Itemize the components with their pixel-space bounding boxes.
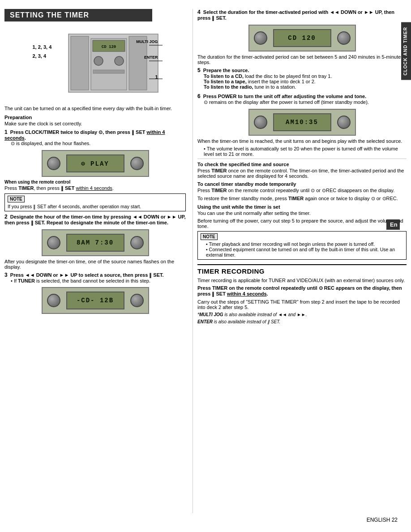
lcd-screen-step1: ⊙ PLAY: [66, 154, 124, 172]
section-divider: [197, 264, 407, 265]
step3-num: 3: [4, 272, 8, 278]
lcd-knob-left: [47, 157, 60, 170]
volume-bullet: • The volume level is automatically set …: [204, 146, 407, 157]
prep-text: Make sure the clock is set correctly.: [4, 121, 186, 126]
diagram-label-numbers: 1, 2, 3, 4 2, 3, 4: [33, 43, 52, 61]
step2-block: 2 Designate the hour of the timer-on tim…: [4, 214, 186, 226]
lcd-step6: AM10:35: [248, 109, 356, 136]
remote-text: Press TIMER, then press ‖ SET within 4 s…: [4, 185, 186, 191]
timer-on-note: When the timer-on time is reached, the u…: [197, 138, 407, 144]
step5-tape: To listen to a tape, insert the tape int…: [204, 79, 407, 84]
cancel-text1: Press TIMER on the remote control repeat…: [197, 188, 407, 193]
svg-rect-8: [93, 70, 124, 73]
lcd-screen-step4: CD 120: [273, 29, 331, 47]
step2-text: Designate the hour of the timer-on time …: [4, 214, 186, 225]
bottom-note-enter: ENTER is also available instead of ‖ SET…: [197, 319, 407, 324]
bottom-note-multijog: *MULTI JOG is also available instead of …: [197, 312, 407, 317]
step4-text: Select the duration for the timer-activa…: [197, 9, 394, 21]
lcd-screen-step6: AM10:35: [273, 113, 331, 131]
step1-block: 1 Press CLOCK/TIMER twice to display ⊙, …: [4, 129, 186, 146]
lcd-step1: ⊙ PLAY: [42, 150, 149, 177]
number1-label: 1: [155, 74, 158, 80]
using-text1: You can use the unit normally after sett…: [197, 210, 407, 216]
lcd-knob6-right: [337, 116, 351, 129]
cancel-text2: To restore the timer standby mode, press…: [197, 196, 407, 202]
lcd-knob6-left: [254, 116, 267, 129]
lcd-knob3-right: [130, 294, 144, 307]
step1-num: 1: [4, 129, 8, 135]
note-text-step1: If you press ‖ SET after 4 seconds, anot…: [8, 204, 183, 209]
svg-text:CD  120: CD 120: [101, 45, 116, 49]
check-text: Press TIMER once on the remote control. …: [197, 168, 407, 179]
section-title: SETTING THE TIMER: [4, 9, 152, 21]
enter-label: ENTER: [144, 55, 158, 60]
timer-rec-inst2: Carry out the steps of "SETTING THE TIME…: [197, 299, 407, 310]
svg-point-7: [115, 56, 124, 65]
using-text2: Before turning off the power, carry out …: [197, 218, 407, 229]
using-heading: Using the unit while the timer is set: [197, 204, 407, 210]
lcd-step2: 8AM 7:30: [42, 229, 149, 256]
note-box-2: NOTE • Timer playback and timer recordin…: [197, 231, 407, 260]
step6-num: 6: [197, 93, 201, 99]
note2-bullet2: • Connected equipment cannot be turned o…: [206, 247, 403, 257]
step4-sub: The duration for the timer-activated per…: [197, 54, 407, 65]
step5-text: Prepare the source.: [202, 68, 249, 73]
intro-text: The unit can be turned on at a specified…: [4, 106, 186, 111]
lcd-step4: CD 120: [248, 25, 356, 51]
svg-rect-2: [129, 36, 147, 90]
right-column: 4 Select the duration for the timer-acti…: [193, 9, 407, 513]
note-box-step1: NOTE If you press ‖ SET after 4 seconds,…: [4, 193, 186, 211]
step1-sub: ⊙ is displayed, and the hour flashes.: [11, 141, 186, 146]
lcd-screen-step3: -CD- 12B: [66, 292, 124, 309]
step5-block: 5 Prepare the source. To listen to a CD,…: [197, 67, 407, 90]
en-badge: En: [386, 219, 400, 230]
check-heading: To check the specified time and source: [197, 162, 407, 167]
step4-num: 4: [197, 9, 201, 15]
step6-block: 6 Press POWER to turn the unit off after…: [197, 93, 407, 105]
step3-bullet: • If TUNER is selected, the band cannot …: [11, 278, 186, 283]
prep-heading: Preparation: [4, 115, 186, 120]
cancel-heading: To cancel timer standby mode temporarily: [197, 181, 407, 187]
step5-num: 5: [197, 67, 201, 73]
diagram-wrapper: 1, 2, 3, 4 2, 3, 4 CD 120: [33, 30, 158, 102]
step1-text: Press CLOCK/TIMER twice to display ⊙, th…: [4, 129, 165, 141]
left-column: SETTING THE TIMER 1, 2, 3, 4 2, 3, 4: [4, 9, 193, 513]
step3-text: Press ◄◄ DOWN or ►► UP to select a sourc…: [9, 272, 164, 278]
remote-caption: When using the remote control: [4, 180, 186, 184]
note-label: NOTE: [8, 196, 25, 202]
lcd-knob3-left: [47, 294, 60, 307]
lcd-screen-step2: 8AM 7:30: [66, 234, 124, 252]
step3-block: 3 Press ◄◄ DOWN or ►► UP to select a sou…: [4, 272, 186, 283]
step6-text: Press POWER to turn the unit off after a…: [202, 94, 366, 99]
lcd-knob4-right: [337, 31, 351, 45]
step2-sub: After you designate the timer-on time, o…: [4, 259, 186, 270]
page: CLOCK AND TIMER SETTING THE TIMER 1, 2, …: [0, 0, 411, 532]
multi-jog-label: MULTI JOG: [136, 39, 158, 44]
timer-recording-title: TIMER RECORDING: [197, 267, 407, 275]
side-tab: CLOCK AND TIMER: [401, 22, 411, 80]
svg-point-6: [94, 56, 103, 65]
lcd-knob4-left: [254, 31, 267, 45]
step5-radio: To listen to the radio, tune in to a sta…: [204, 84, 407, 90]
note-label-2: NOTE: [201, 233, 218, 240]
device-diagram-container: 1, 2, 3, 4 2, 3, 4 CD 120: [4, 30, 186, 102]
timer-rec-text: Timer recording is applicable for TUNER …: [197, 278, 407, 283]
step5-cd: To listen to a CD, load the disc to be p…: [204, 73, 407, 79]
svg-rect-1: [71, 36, 89, 90]
lcd-knob-right: [130, 157, 144, 170]
page-number: ENGLISH 22: [0, 517, 411, 523]
lcd-knob2-left: [47, 236, 60, 249]
step6-sub: ⊙ remains on the display after the power…: [204, 99, 407, 105]
lcd-step3: -CD- 12B: [42, 287, 149, 314]
lcd-knob2-right: [130, 236, 144, 249]
step2-num: 2: [4, 214, 8, 220]
timer-rec-inst: Press TIMER on the remote control repeat…: [197, 285, 407, 297]
note2-bullet1: • Timer playback and timer recording wil…: [206, 241, 403, 247]
step4-block: 4 Select the duration for the timer-acti…: [197, 9, 407, 21]
